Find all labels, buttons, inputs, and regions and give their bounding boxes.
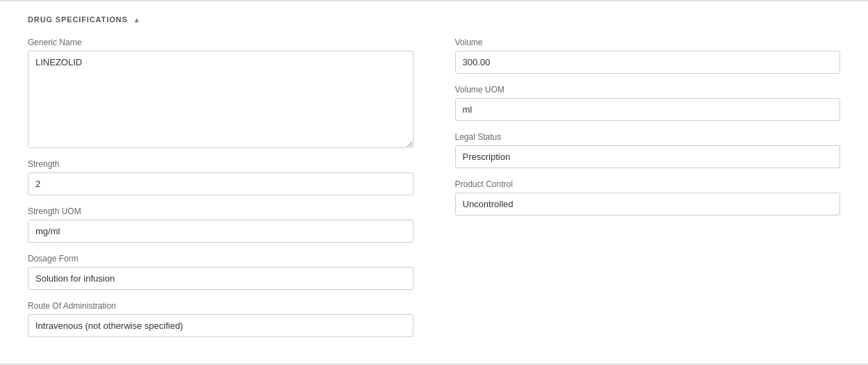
strength-uom-group: Strength UOM bbox=[28, 206, 413, 243]
chevron-up-icon[interactable]: ▲ bbox=[133, 16, 140, 24]
volume-uom-input[interactable] bbox=[455, 98, 841, 121]
legal-status-group: Legal Status bbox=[455, 132, 841, 168]
route-of-administration-group: Route Of Administration bbox=[28, 301, 413, 337]
legal-status-label: Legal Status bbox=[455, 132, 841, 142]
strength-uom-label: Strength UOM bbox=[28, 206, 413, 216]
volume-uom-label: Volume UOM bbox=[455, 85, 841, 95]
volume-uom-group: Volume UOM bbox=[455, 85, 841, 121]
right-column: Volume Volume UOM Legal Status Product C… bbox=[455, 38, 841, 337]
product-control-input[interactable] bbox=[455, 193, 841, 216]
route-of-administration-input[interactable] bbox=[28, 314, 413, 337]
left-column: Generic Name LINEZOLID Strength Strength… bbox=[28, 38, 413, 337]
volume-group: Volume bbox=[455, 38, 841, 74]
volume-input[interactable] bbox=[455, 51, 841, 74]
form-layout: Generic Name LINEZOLID Strength Strength… bbox=[28, 38, 840, 337]
strength-uom-input[interactable] bbox=[28, 220, 413, 243]
section-header: DRUG SPECIFICATIONS ▲ bbox=[28, 15, 840, 24]
generic-name-input[interactable]: LINEZOLID bbox=[28, 51, 413, 148]
dosage-form-input[interactable] bbox=[28, 267, 413, 290]
strength-input[interactable] bbox=[28, 172, 413, 195]
product-control-group: Product Control bbox=[455, 179, 841, 216]
product-control-label: Product Control bbox=[455, 179, 841, 189]
dosage-form-group: Dosage Form bbox=[28, 254, 413, 290]
dosage-form-label: Dosage Form bbox=[28, 254, 413, 263]
generic-name-label: Generic Name bbox=[28, 38, 413, 47]
legal-status-input[interactable] bbox=[455, 145, 841, 168]
volume-label: Volume bbox=[455, 38, 841, 47]
section-title: DRUG SPECIFICATIONS bbox=[28, 15, 128, 24]
strength-label: Strength bbox=[28, 159, 413, 169]
strength-group: Strength bbox=[28, 159, 413, 195]
route-of-administration-label: Route Of Administration bbox=[28, 301, 413, 311]
page-container: DRUG SPECIFICATIONS ▲ Generic Name LINEZ… bbox=[0, 0, 868, 365]
generic-name-group: Generic Name LINEZOLID bbox=[28, 38, 413, 148]
